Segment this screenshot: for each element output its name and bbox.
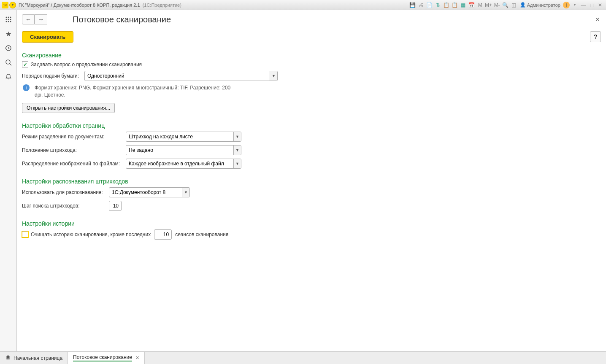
image-distribution-label: Распределение изображений по файлам: (22, 161, 126, 167)
svg-point-8 (10, 21, 11, 22)
paper-feed-label: Порядок подачи бумаги: (22, 73, 84, 79)
svg-point-10 (6, 60, 10, 64)
clear-history-suffix: сеансов сканирования (175, 232, 228, 237)
use-for-recognition-input[interactable] (109, 188, 182, 197)
title-suffix: (1С:Предприятие) (143, 3, 181, 8)
nav-forward-button[interactable]: → (35, 14, 47, 24)
svg-point-5 (10, 19, 11, 20)
open-scan-settings-button[interactable]: Открыть настройки сканирования... (22, 103, 115, 113)
split-mode-input[interactable] (126, 132, 233, 141)
search-step-input[interactable] (109, 201, 122, 211)
apps-icon[interactable] (3, 13, 14, 25)
save-icon[interactable]: 💾 (409, 1, 417, 9)
section-history-title: Настройки истории (22, 220, 601, 227)
home-icon (5, 354, 11, 361)
tab-home-label: Начальная страница (14, 355, 62, 361)
title-main: ГК "Меркурий" / Документооборот 8 КОРП, … (19, 3, 140, 8)
history-icon[interactable] (3, 42, 14, 54)
image-distribution-dropdown-button[interactable]: ▼ (233, 159, 241, 168)
paper-feed-dropdown-button[interactable]: ▼ (270, 71, 277, 81)
bottom-tab-bar: Начальная страница Потоковое сканировани… (0, 351, 606, 364)
sidebar: ★ (0, 10, 17, 351)
copy-icon[interactable]: 📋 (443, 1, 450, 9)
app-menu-dropdown[interactable] (9, 2, 16, 8)
split-mode-combo[interactable]: ▼ (126, 132, 241, 142)
search-icon[interactable] (3, 57, 14, 68)
barcode-position-label: Положение штрихкода: (22, 147, 126, 153)
form-help-button[interactable]: ? (590, 31, 601, 42)
favorites-icon[interactable]: ★ (3, 28, 14, 40)
calendar-icon[interactable]: 📅 (468, 1, 476, 9)
titlebar: 1e ГК "Меркурий" / Документооборот 8 КОР… (0, 0, 606, 10)
paper-feed-combo[interactable]: ▼ (84, 71, 278, 81)
paper-feed-input[interactable] (85, 71, 270, 81)
window-title: ГК "Меркурий" / Документооборот 8 КОРП, … (19, 3, 181, 8)
page-title: Потоковое сканирование (73, 15, 171, 24)
help-icon[interactable]: i (563, 2, 570, 8)
calculator-icon[interactable]: ▦ (460, 1, 467, 9)
svg-point-0 (5, 17, 7, 18)
document-icon[interactable]: 📄 (426, 1, 433, 9)
clear-history-checkbox[interactable] (22, 231, 28, 237)
window-close-button[interactable]: ✕ (596, 1, 604, 9)
tab-close-icon[interactable]: ✕ (135, 355, 139, 361)
print-icon[interactable]: 🖨 (417, 1, 425, 9)
app-icon: 1e (2, 2, 8, 8)
section-barcode-title: Настройки распознавания штрихкодов (22, 178, 601, 185)
tab-current[interactable]: Потоковое сканирование ✕ (68, 352, 145, 364)
use-for-recognition-combo[interactable]: ▼ (109, 187, 190, 197)
minimize-button[interactable]: — (579, 1, 587, 9)
use-for-recognition-dropdown-button[interactable]: ▼ (182, 188, 189, 197)
split-mode-label: Режим разделения по документам: (22, 134, 126, 140)
maximize-button[interactable]: ◻ (588, 1, 595, 9)
svg-point-6 (5, 21, 7, 22)
image-distribution-input[interactable] (126, 159, 233, 168)
svg-point-7 (8, 21, 9, 22)
barcode-position-input[interactable] (126, 146, 233, 155)
svg-point-2 (10, 17, 11, 18)
storage-format-info: Формат хранения: PNG. Формат хранения мн… (35, 84, 237, 99)
info-icon: i (23, 84, 30, 91)
split-mode-dropdown-button[interactable]: ▼ (233, 132, 241, 141)
scan-button[interactable]: Сканировать (22, 31, 73, 43)
user-name: Администратор (527, 3, 560, 8)
tab-home[interactable]: Начальная страница (0, 352, 68, 364)
barcode-position-combo[interactable]: ▼ (126, 145, 241, 155)
panels-icon[interactable]: ◫ (510, 1, 518, 9)
use-for-recognition-label: Использовать для распознавания: (22, 189, 109, 195)
image-distribution-combo[interactable]: ▼ (126, 159, 241, 169)
svg-point-1 (8, 17, 9, 18)
barcode-position-dropdown-button[interactable]: ▼ (233, 146, 241, 155)
section-page-processing-title: Настройки обработки страниц (22, 122, 601, 129)
ask-continue-checkbox[interactable]: ✓ (22, 61, 28, 67)
search-step-label: Шаг поиска штрихкодов: (22, 203, 109, 209)
content-area: ← → Потоковое сканирование ✕ Сканировать… (17, 10, 606, 351)
compare-icon[interactable]: ⇅ (434, 1, 442, 9)
user-icon: 👤 (520, 2, 526, 8)
nav-back-button[interactable]: ← (22, 14, 35, 24)
zoom-icon[interactable]: 🔍 (502, 1, 509, 9)
svg-point-4 (8, 19, 9, 20)
clear-history-label: Очищать историю сканирования, кроме посл… (31, 232, 151, 237)
page-close-button[interactable]: ✕ (595, 16, 600, 23)
tab-current-label: Потоковое сканирование (73, 354, 132, 361)
m-button[interactable]: M (476, 1, 484, 9)
m-plus-button[interactable]: M+ (485, 1, 492, 9)
help-dropdown-icon[interactable]: ▾ (571, 1, 579, 9)
m-minus-button[interactable]: M- (493, 1, 501, 9)
ask-continue-label: Задавать вопрос о продолжении сканирован… (31, 62, 142, 67)
notifications-icon[interactable] (3, 71, 14, 83)
user-label[interactable]: 👤 Администратор (520, 2, 560, 8)
section-scanning-title: Сканирование (22, 52, 601, 59)
paste-icon[interactable]: 📋 (451, 1, 459, 9)
svg-point-3 (5, 19, 7, 20)
clear-history-count-input[interactable] (154, 229, 172, 240)
svg-line-11 (10, 64, 11, 65)
